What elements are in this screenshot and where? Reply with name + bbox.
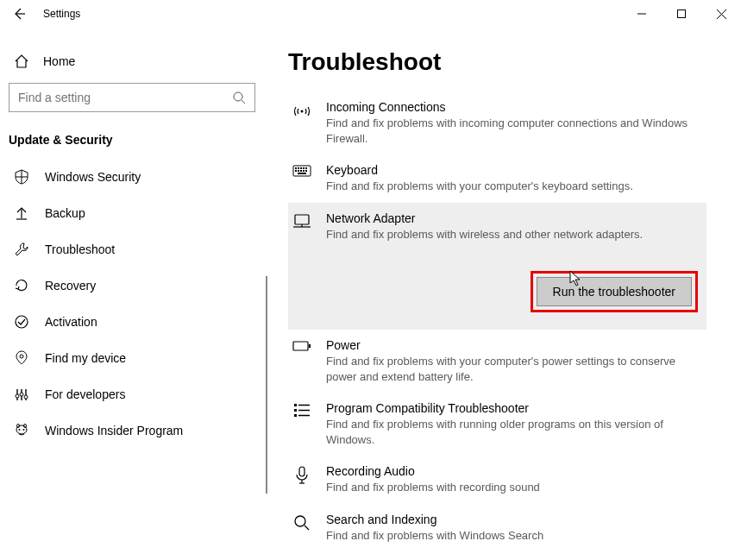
troubleshooter-shared-folders[interactable]: Shared Folders [288,551,706,560]
svg-line-53 [305,525,309,530]
svg-rect-31 [305,167,307,169]
troubleshooter-desc: Find and fix problems with Windows Searc… [326,528,703,544]
network-adapter-icon [292,213,312,242]
svg-point-21 [19,429,21,431]
troubleshooter-power[interactable]: Power Find and fix problems with your co… [288,330,706,393]
sidebar-item-label: Activation [45,315,97,329]
search-icon [232,91,246,104]
sidebar-item-windows-security[interactable]: Windows Security [7,159,261,195]
svg-point-16 [24,395,28,399]
backup-icon [14,205,29,221]
svg-rect-43 [294,404,297,406]
svg-rect-30 [303,167,305,169]
svg-rect-28 [298,167,299,169]
troubleshooter-title: Power [326,338,703,352]
svg-point-52 [295,516,305,526]
svg-point-10 [20,355,23,358]
developers-icon [14,387,29,402]
svg-rect-36 [305,170,307,172]
sidebar-item-label: Troubleshoot [45,242,115,256]
recovery-icon [14,278,29,293]
troubleshooter-incoming-connections[interactable]: Incoming Connections Find and fix proble… [288,91,706,154]
svg-rect-47 [294,414,297,417]
sidebar: Home Update & Security Windows Security … [0,28,267,560]
svg-rect-27 [295,167,297,169]
svg-rect-32 [295,170,297,172]
wrench-icon [14,242,29,257]
list-icon [292,403,312,447]
home-button[interactable]: Home [7,45,261,78]
svg-rect-38 [295,215,309,224]
sidebar-item-label: For developers [45,387,125,401]
svg-rect-35 [303,170,305,172]
sidebar-item-recovery[interactable]: Recovery [7,267,261,304]
sidebar-item-label: Windows Security [45,170,141,184]
minimize-button[interactable] [622,0,662,28]
keyboard-icon [292,165,312,194]
page-title: Troubleshoot [288,48,706,76]
location-icon [14,350,29,366]
sidebar-item-windows-insider[interactable]: Windows Insider Program [7,412,261,449]
troubleshooter-recording-audio[interactable]: Recording Audio Find and fix problems wi… [288,456,706,504]
svg-rect-34 [300,170,302,172]
sidebar-item-find-my-device[interactable]: Find my device [7,340,261,376]
svg-rect-45 [294,409,297,412]
highlight-box: Run the troubleshooter [531,271,698,312]
run-troubleshooter-button[interactable]: Run the troubleshooter [537,277,692,306]
troubleshooter-desc: Find and fix problems with recording sou… [326,480,703,495]
shield-icon [14,169,29,185]
home-label: Home [43,54,75,68]
home-icon [14,53,29,69]
svg-line-6 [242,100,245,104]
troubleshooter-network-adapter[interactable]: Network Adapter Find and fix problems wi… [288,203,706,330]
power-icon [292,340,312,384]
svg-point-15 [20,393,23,396]
sidebar-item-label: Find my device [45,351,126,365]
svg-point-20 [16,425,27,434]
svg-rect-37 [298,173,306,174]
troubleshooter-title: Incoming Connections [326,100,703,114]
scrollbar[interactable] [266,276,267,494]
svg-rect-49 [299,467,305,476]
troubleshooter-keyboard[interactable]: Keyboard Find and fix problems with your… [288,154,706,203]
check-circle-icon [14,314,29,330]
maximize-button[interactable] [662,0,701,28]
troubleshooter-desc: Find and fix problems with wireless and … [326,227,703,242]
svg-rect-2 [678,10,686,18]
sidebar-item-label: Windows Insider Program [45,424,183,437]
svg-point-9 [16,316,28,328]
sidebar-item-label: Backup [45,206,85,220]
troubleshooter-desc: Find and fix problems with your computer… [326,354,703,384]
sidebar-item-for-developers[interactable]: For developers [7,376,261,412]
main-content: Troubleshoot Incoming Connections Find a… [267,28,741,560]
svg-point-14 [16,394,19,398]
sidebar-item-backup[interactable]: Backup [7,195,261,231]
svg-point-5 [234,92,242,101]
troubleshooter-desc: Find and fix problems with running older… [326,417,703,447]
microphone-icon [292,466,312,495]
back-button[interactable] [9,3,29,24]
sidebar-item-label: Recovery [45,279,96,293]
search-input-container[interactable] [9,83,255,112]
svg-rect-41 [293,342,308,350]
close-button[interactable] [701,0,741,28]
troubleshooter-title: Keyboard [326,163,703,177]
svg-rect-29 [300,167,302,169]
svg-point-22 [23,429,25,431]
insider-icon [14,423,29,438]
svg-rect-42 [309,344,311,348]
section-header: Update & Security [7,126,261,159]
troubleshooter-title: Recording Audio [326,464,703,478]
search-icon [292,514,312,544]
svg-rect-33 [298,170,299,172]
sidebar-item-troubleshoot[interactable]: Troubleshoot [7,231,261,267]
troubleshooter-search-indexing[interactable]: Search and Indexing Find and fix problem… [288,504,706,552]
search-input[interactable] [18,91,232,104]
svg-point-25 [301,110,304,113]
troubleshooter-desc: Find and fix problems with your computer… [326,179,703,194]
troubleshooter-desc: Find and fix problems with incoming comp… [326,116,703,146]
sidebar-item-activation[interactable]: Activation [7,304,261,340]
troubleshooter-program-compatibility[interactable]: Program Compatibility Troubleshooter Fin… [288,393,706,456]
troubleshooter-title: Program Compatibility Troubleshooter [326,401,703,415]
troubleshooter-title: Network Adapter [326,211,703,225]
